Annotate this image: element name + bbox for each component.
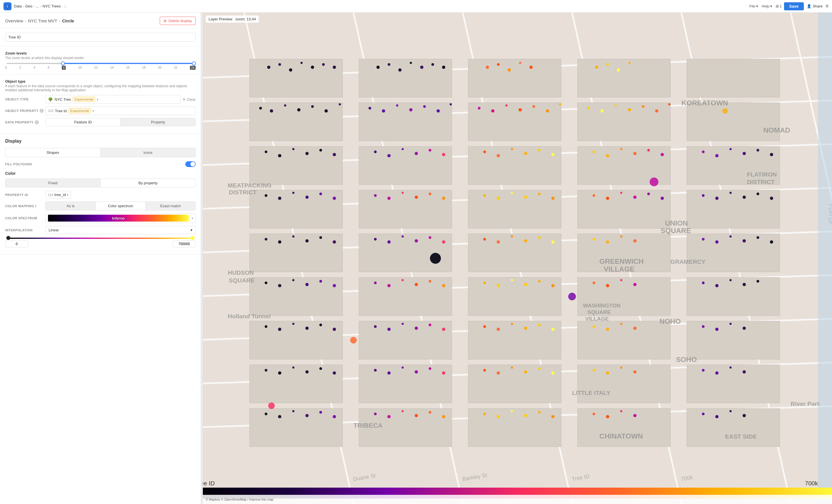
icons-button[interactable]: Icons — [100, 148, 196, 157]
fixed-color-button[interactable]: Fixed — [5, 179, 100, 187]
star-icon[interactable]: ☆ — [63, 4, 67, 9]
color-spectrum-select[interactable]: Inferno ▾ — [45, 213, 196, 223]
range-track[interactable] — [6, 237, 194, 239]
svg-rect-49 — [359, 321, 452, 359]
info-icon[interactable]: i — [40, 109, 44, 113]
file-menu[interactable]: File ▾ — [749, 4, 758, 8]
delete-display-button[interactable]: ⊗ Delete display — [160, 17, 196, 25]
svg-text:MEATPACKING: MEATPACKING — [228, 182, 272, 189]
svg-point-120 — [374, 150, 377, 153]
svg-point-302 — [524, 414, 527, 417]
svg-text:KOREATOWN: KOREATOWN — [681, 99, 728, 107]
svg-point-111 — [642, 105, 645, 108]
bc-geo[interactable]: Geo — [25, 4, 32, 8]
svg-text:SQUARE: SQUARE — [660, 227, 691, 234]
clear-x-icon: ✕ — [182, 97, 186, 102]
property-id-row: PROPERTY ID 123 tree_id ▾ — [5, 191, 196, 199]
hash-icon: 123 — [48, 109, 53, 113]
svg-point-123 — [415, 152, 418, 155]
svg-point-110 — [628, 108, 631, 111]
svg-text:SQUARE: SQUARE — [229, 277, 255, 284]
shapes-button[interactable]: Shapes — [5, 148, 100, 157]
svg-point-228 — [620, 279, 623, 281]
svg-point-306 — [606, 415, 609, 418]
svg-point-124 — [428, 149, 432, 152]
svg-point-177 — [350, 337, 357, 343]
svg-point-271 — [428, 367, 432, 370]
color-spectrum-button[interactable]: Color spectrum — [95, 202, 146, 210]
zoom-thumb-right[interactable] — [192, 61, 196, 65]
svg-point-201 — [633, 239, 636, 242]
svg-point-291 — [319, 411, 322, 414]
svg-point-181 — [278, 240, 281, 243]
svg-point-266 — [333, 371, 336, 374]
display-title: Display — [5, 139, 196, 144]
bc-dots[interactable]: ... — [36, 4, 39, 8]
zoom-slider[interactable] — [5, 63, 196, 64]
search-input[interactable] — [5, 33, 196, 41]
svg-point-224 — [538, 280, 541, 283]
svg-text:WASHINGTON: WASHINGTON — [583, 303, 621, 309]
svg-point-167 — [660, 197, 664, 200]
interpolation-select[interactable]: Linear ▾ — [45, 226, 196, 234]
property-button[interactable]: Property — [120, 118, 196, 126]
svg-point-148 — [319, 193, 322, 195]
object-property-select[interactable]: 123 Tree Id Experimental ▾ — [45, 107, 196, 115]
exact-match-button[interactable]: Exact match — [146, 202, 196, 210]
color-mapping-info-icon[interactable]: i — [35, 204, 36, 208]
svg-rect-28 — [250, 146, 342, 185]
help-menu[interactable]: Help ▾ — [762, 4, 772, 8]
svg-point-231 — [716, 284, 719, 287]
svg-point-136 — [647, 149, 650, 152]
color-title: Color — [5, 171, 196, 176]
svg-point-99 — [450, 103, 452, 106]
by-property-button[interactable]: By property — [100, 179, 196, 187]
svg-point-281 — [620, 366, 623, 369]
svg-point-212 — [319, 280, 322, 283]
menu-button[interactable]: ≡ — [825, 3, 829, 9]
svg-rect-18 — [250, 59, 342, 97]
svg-point-113 — [668, 103, 671, 106]
bc-nyc-tree-mvt[interactable]: NYC Tree MVT — [28, 18, 57, 23]
svg-rect-29 — [359, 146, 452, 185]
share-button[interactable]: 👤 Share — [807, 4, 823, 8]
svg-point-295 — [401, 410, 404, 413]
svg-point-144 — [265, 194, 267, 197]
svg-rect-38 — [250, 234, 342, 272]
svg-point-200 — [620, 235, 623, 237]
bc-data[interactable]: Data — [14, 4, 22, 8]
fill-polygons-toggle[interactable] — [185, 161, 196, 167]
range-inputs — [5, 241, 196, 247]
svg-text:NOHO: NOHO — [660, 317, 681, 325]
as-is-button[interactable]: As is — [46, 202, 95, 210]
range-thumb-left[interactable] — [6, 236, 10, 240]
property-id-select[interactable]: 123 tree_id ▾ — [45, 191, 71, 199]
svg-point-202 — [702, 238, 705, 241]
info-icon-2[interactable]: i — [35, 120, 39, 124]
clear-button[interactable]: ✕ Clear — [182, 97, 196, 102]
interpolation-label: INTERPOLATION — [5, 228, 45, 232]
bc-nyc-trees[interactable]: NYC Trees — [43, 4, 61, 8]
object-property-label: OBJECT PROPERTY i — [5, 109, 45, 113]
object-type-select[interactable]: 🌳 NYC Tree Experimental ▾ — [45, 95, 181, 104]
svg-point-107 — [587, 107, 590, 110]
svg-point-246 — [442, 328, 445, 331]
topbar-breadcrumb: Data › Geo › ... › NYC Trees — [14, 4, 61, 8]
svg-rect-58 — [250, 409, 342, 447]
svg-point-287 — [265, 413, 267, 415]
save-button[interactable]: Save — [784, 2, 804, 10]
range-max-input[interactable] — [173, 241, 196, 247]
range-thumb-right[interactable] — [190, 236, 194, 240]
pages-item[interactable]: ⊞ 1 — [776, 4, 782, 8]
svg-point-301 — [511, 410, 513, 413]
svg-point-71 — [388, 63, 390, 66]
svg-point-247 — [483, 325, 486, 328]
svg-point-240 — [333, 328, 336, 331]
zoom-thumb-left[interactable] — [61, 61, 65, 65]
range-min-input[interactable] — [5, 241, 28, 247]
svg-point-132 — [593, 150, 596, 153]
feature-id-button[interactable]: Feature ID — [46, 118, 120, 126]
svg-rect-62 — [687, 409, 780, 447]
bc-overview[interactable]: Overview — [5, 18, 23, 23]
svg-point-290 — [305, 414, 309, 417]
